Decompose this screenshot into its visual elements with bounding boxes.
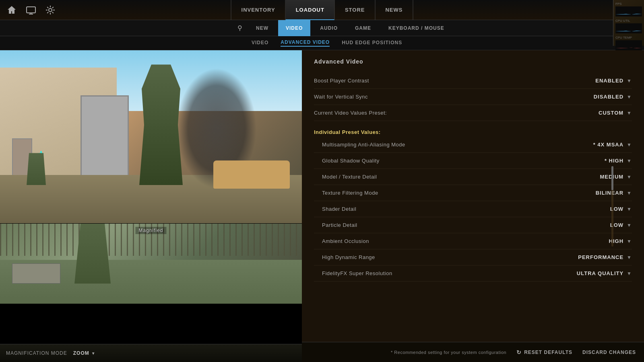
settings-section-title: Advanced Video	[314, 58, 632, 65]
magnification-mode-dropdown[interactable]: ZOOM ▼	[73, 350, 95, 356]
particle-detail-row: Particle Detail LOW ▼	[314, 217, 632, 233]
preview-panel: + Magnified Magnification Mode ZOOM ▼	[0, 50, 302, 362]
magnified-section: Magnified	[0, 223, 302, 304]
cpu-util-graph	[615, 23, 642, 33]
settings-tabs: VIDEO ADVANCED VIDEO HUD EDGE POSITIONS	[0, 36, 644, 50]
scene-garage-door	[80, 95, 129, 182]
chevron-down-icon: ▼	[627, 239, 632, 244]
texture-filtering-dropdown[interactable]: BILINEAR ▼	[596, 190, 632, 196]
texture-detail-dropdown[interactable]: MEDIUM ▼	[600, 174, 632, 180]
sub-nav-audio[interactable]: AUDIO	[312, 20, 345, 36]
chevron-down-icon: ▼	[627, 255, 632, 260]
chevron-down-icon: ▼	[627, 222, 632, 228]
bottom-bar: Magnification Mode ZOOM ▼	[0, 344, 302, 362]
chevron-down-icon: ▼	[627, 271, 632, 276]
magnified-label: Magnified	[135, 227, 166, 234]
search-icon[interactable]: ⚲	[233, 24, 246, 32]
scene-car	[213, 160, 290, 189]
gear-icon[interactable]	[45, 4, 56, 16]
scene-soldier	[137, 64, 185, 185]
video-values-preset-row: Current Video Values Preset: CUSTOM ▼	[314, 105, 632, 121]
fidelityfx-row: FidelityFX Super Resolution ULTRA QUALIT…	[314, 265, 632, 282]
cpu-util-graph-line	[615, 31, 642, 31]
fps-row: FPS	[615, 2, 642, 17]
shader-detail-row: Shader Detail LOW ▼	[314, 201, 632, 217]
chevron-down-icon: ▼	[627, 94, 632, 100]
dropdown-chevron: ▼	[91, 351, 95, 356]
fps-graph	[615, 6, 642, 16]
individual-preset-header: Individual Preset Values:	[314, 121, 632, 137]
msaa-row: Multisampling Anti-Aliasing Mode * 4X MS…	[314, 137, 632, 153]
hdr-row: High Dynamic Range PERFORMANCE ▼	[314, 249, 632, 265]
chevron-down-icon: ▼	[627, 78, 632, 84]
svg-point-3	[49, 8, 52, 12]
footer-bar: * Recommended setting for your system co…	[302, 342, 644, 362]
sub-nav-game[interactable]: GAME	[347, 20, 379, 36]
nav-item-store[interactable]: STORE	[335, 0, 376, 20]
nav-item-loadout[interactable]: LOADOUT	[286, 0, 335, 20]
top-navigation: INVENTORY LOADOUT STORE NEWS FPS CPU UTI…	[0, 0, 644, 20]
footer-note: * Recommended setting for your system co…	[391, 350, 506, 355]
main-content: + Magnified Magnification Mode ZOOM ▼ Ad…	[0, 50, 644, 362]
texture-filtering-row: Texture Filtering Mode BILINEAR ▼	[314, 185, 632, 201]
ambient-occlusion-row: Ambient Occlusion HIGH ▼	[314, 233, 632, 249]
chevron-down-icon: ▼	[627, 158, 632, 164]
boost-player-contrast-row: Boost Player Contrast ENABLED ▼	[314, 73, 632, 89]
cement-block	[12, 263, 60, 284]
texture-detail-row: Model / Texture Detail MEDIUM ▼	[314, 169, 632, 185]
sub-nav-new[interactable]: NEW	[248, 20, 276, 36]
tab-video[interactable]: VIDEO	[252, 40, 268, 46]
chevron-down-icon: ▼	[627, 142, 632, 148]
chevron-down-icon: ▼	[627, 174, 632, 180]
discard-changes-button[interactable]: DISCARD CHANGES	[582, 350, 636, 355]
sub-nav-video[interactable]: VIDEO	[278, 20, 310, 36]
nav-icons-left	[0, 4, 56, 16]
hdr-dropdown[interactable]: PERFORMANCE ▼	[578, 254, 632, 260]
fidelityfx-dropdown[interactable]: ULTRA QUALITY ▼	[577, 270, 632, 276]
tv-icon[interactable]	[25, 4, 37, 16]
main-navigation: INVENTORY LOADOUT STORE NEWS	[231, 0, 413, 20]
chevron-down-icon: ▼	[627, 190, 632, 196]
reset-defaults-button[interactable]: ↻ RESET DEFAULTS	[516, 349, 572, 356]
cpu-temp-row: CPU TEMP	[615, 36, 642, 51]
msaa-dropdown[interactable]: * 4X MSAA ▼	[593, 142, 632, 148]
home-icon[interactable]	[6, 4, 17, 16]
boost-player-contrast-dropdown[interactable]: ENABLED ▼	[595, 78, 632, 84]
scroll-indicator[interactable]	[611, 166, 613, 247]
wait-for-vsync-row: Wait for Vertical Sync DISABLED ▼	[314, 89, 632, 105]
fps-widget: FPS CPU UTIL CPU TEMP	[613, 0, 644, 46]
vsync-dropdown[interactable]: DISABLED ▼	[594, 94, 632, 100]
shadow-quality-dropdown[interactable]: * HIGH ▼	[605, 158, 632, 164]
nav-item-news[interactable]: NEWS	[375, 0, 413, 20]
tab-hud-edge[interactable]: HUD EDGE POSITIONS	[342, 40, 402, 46]
fps-graph-line	[615, 14, 642, 14]
sub-navigation: ⚲ NEW VIDEO AUDIO GAME KEYBOARD / MOUSE	[0, 20, 644, 36]
chevron-down-icon: ▼	[627, 206, 632, 212]
sub-nav-keyboard-mouse[interactable]: KEYBOARD / MOUSE	[381, 20, 452, 36]
reset-icon: ↻	[516, 349, 522, 356]
nav-item-inventory[interactable]: INVENTORY	[231, 0, 286, 20]
chevron-down-icon: ▼	[627, 110, 632, 116]
svg-rect-0	[27, 7, 35, 13]
game-screenshot: +	[0, 50, 302, 223]
settings-panel: Advanced Video Boost Player Contrast ENA…	[302, 50, 644, 362]
video-preset-dropdown[interactable]: CUSTOM ▼	[599, 110, 632, 116]
cpu-temp-graph-line	[615, 47, 642, 48]
cpu-temp-graph	[615, 40, 642, 50]
cpu-util-row: CPU UTIL	[615, 19, 642, 34]
shadow-quality-row: Global Shadow Quality * HIGH ▼	[314, 153, 632, 169]
tab-advanced-video[interactable]: ADVANCED VIDEO	[281, 39, 330, 47]
